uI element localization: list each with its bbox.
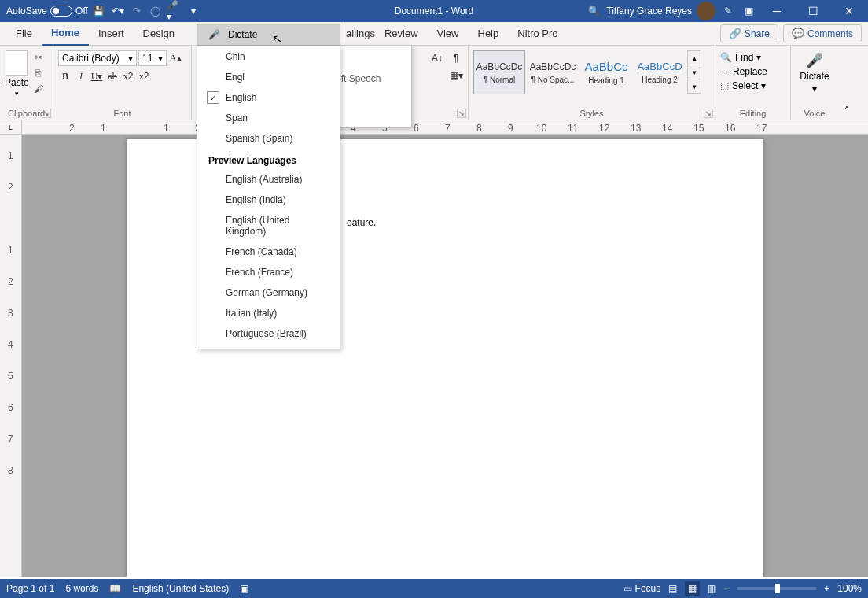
status-words[interactable]: 6 words: [65, 583, 98, 594]
styles-launcher[interactable]: ↘: [704, 109, 713, 118]
lang-item[interactable]: Chin: [197, 46, 340, 67]
minimize-button[interactable]: ─: [761, 0, 793, 22]
user-account[interactable]: Tiffany Grace Reyes: [606, 2, 715, 20]
web-layout-icon[interactable]: ▥: [708, 583, 716, 594]
tab-design[interactable]: Design: [134, 22, 184, 46]
ruler-tick: 5: [8, 371, 13, 382]
ribbon-tabs: File Home Insert Design ailings Review V…: [0, 22, 868, 46]
dictate-dropdown-button[interactable]: 🎤 Dictate: [197, 24, 340, 46]
font-name-value: Calibri (Body): [62, 53, 120, 64]
tab-help[interactable]: Help: [469, 22, 509, 46]
tab-selector[interactable]: L: [0, 120, 22, 135]
style-heading1[interactable]: AaBbCc Heading 1: [580, 50, 632, 94]
borders-icon[interactable]: ▦▾: [449, 69, 463, 82]
zoom-out-button[interactable]: −: [724, 583, 730, 594]
grow-font-icon[interactable]: A▴: [168, 51, 182, 65]
status-language[interactable]: English (United States): [132, 583, 229, 594]
mic-icon: 🎤: [806, 52, 823, 69]
style-heading2[interactable]: AaBbCcD Heading 2: [634, 50, 686, 94]
pen-icon[interactable]: ✎: [720, 3, 736, 19]
tab-home[interactable]: Home: [42, 22, 89, 46]
read-mode-icon[interactable]: ▤: [668, 583, 677, 594]
font-name-dropdown[interactable]: Calibri (Body)▾: [58, 50, 137, 66]
lang-item[interactable]: Engl: [197, 67, 340, 87]
lang-item[interactable]: English (United Kingdom): [197, 210, 340, 242]
superscript-button[interactable]: x2: [137, 69, 151, 83]
tab-file[interactable]: File: [6, 22, 42, 46]
scroll-up-icon[interactable]: ▴: [688, 51, 701, 65]
horizontal-ruler[interactable]: L 2 1 1 2 3 4 5 6 7 8 9 10 11 12 13 14 1…: [0, 120, 868, 135]
spell-check-icon[interactable]: 📖: [109, 583, 121, 594]
lang-item[interactable]: French (France): [197, 262, 340, 282]
show-marks-icon[interactable]: ¶: [449, 52, 463, 65]
ruler-tick: 4: [8, 339, 13, 350]
paste-button[interactable]: Paste ▾: [5, 50, 29, 98]
bold-button[interactable]: B: [58, 69, 72, 83]
lang-item[interactable]: Italian (Italy): [197, 303, 340, 323]
underline-button[interactable]: U▾: [90, 69, 104, 83]
lang-item[interactable]: Spanish (Spain): [197, 128, 340, 149]
mic-qat-icon[interactable]: 🎤▾: [167, 3, 182, 19]
comments-button[interactable]: 💬 Comments: [783, 24, 862, 42]
style-nospacing[interactable]: AaBbCcDc ¶ No Spac...: [527, 50, 579, 94]
lang-item[interactable]: English (India): [197, 190, 340, 210]
macro-icon[interactable]: ▣: [240, 583, 248, 594]
sort-icon[interactable]: A↓: [430, 52, 444, 65]
vertical-ruler[interactable]: 1 2 1 2 3 4 5 6 7 8: [0, 135, 22, 577]
ribbon: Paste ▾ ✂ ⎘ 🖌 Clipboard ↘ Calibri (Body)…: [0, 46, 868, 120]
autosave-toggle[interactable]: AutoSave Off: [6, 6, 88, 17]
lang-item-selected[interactable]: English: [197, 87, 340, 108]
styles-scroll[interactable]: ▴ ▾ ▾: [687, 50, 701, 94]
lang-item[interactable]: Portuguese (Brazil): [197, 323, 340, 344]
redo-icon[interactable]: ↷: [129, 3, 145, 19]
replace-button[interactable]: ↔ Replace: [720, 66, 767, 77]
ruler-tick: 7: [445, 123, 451, 134]
style-preview: AaBbCcDc: [476, 61, 523, 72]
status-page[interactable]: Page 1 of 1: [6, 583, 54, 594]
clipboard-launcher[interactable]: ↘: [42, 109, 51, 118]
touch-icon[interactable]: ◯: [148, 3, 164, 19]
autosave-label: AutoSave: [6, 6, 47, 17]
font-size-dropdown[interactable]: 11▾: [138, 50, 167, 66]
tab-insert[interactable]: Insert: [89, 22, 134, 46]
copy-icon[interactable]: ⎘: [32, 68, 45, 79]
tab-view[interactable]: View: [428, 22, 469, 46]
tab-nitro[interactable]: Nitro Pro: [508, 22, 567, 46]
ribbon-display-icon[interactable]: ▣: [741, 3, 756, 19]
save-icon[interactable]: 💾: [91, 3, 107, 19]
undo-icon[interactable]: ↶▾: [110, 3, 126, 19]
customize-qat-icon[interactable]: ▾: [186, 3, 201, 19]
zoom-thumb[interactable]: [775, 584, 780, 593]
collapse-ribbon-button[interactable]: ˄: [838, 46, 855, 120]
strike-button[interactable]: ab: [105, 69, 120, 83]
zoom-level[interactable]: 100%: [837, 583, 862, 594]
style-preview: AaBbCcD: [637, 61, 682, 72]
scroll-down-icon[interactable]: ▾: [688, 65, 701, 79]
ruler-tick: 8: [8, 465, 13, 476]
focus-mode-button[interactable]: ▭ Focus: [623, 583, 660, 594]
lang-item[interactable]: German (Germany): [197, 282, 340, 303]
paragraph-launcher[interactable]: ↘: [457, 109, 466, 118]
format-painter-icon[interactable]: 🖌: [32, 83, 45, 94]
dictate-ribbon-button[interactable]: 🎤 Dictate ▾: [800, 52, 829, 94]
style-normal[interactable]: AaBbCcDc ¶ Normal: [473, 50, 525, 94]
find-button[interactable]: 🔍 Find ▾: [720, 52, 761, 63]
lang-item[interactable]: English (Australia): [197, 169, 340, 190]
subscript-button[interactable]: x2: [121, 69, 135, 83]
italic-button[interactable]: I: [74, 69, 88, 83]
style-name: Heading 2: [642, 76, 678, 84]
cut-icon[interactable]: ✂: [32, 52, 45, 63]
lang-item[interactable]: Span: [197, 108, 340, 128]
close-button[interactable]: ✕: [833, 0, 865, 22]
chevron-down-icon: ▾: [812, 83, 817, 94]
print-layout-icon[interactable]: ▦: [685, 581, 700, 596]
maximize-button[interactable]: ☐: [797, 0, 829, 22]
tab-review[interactable]: Review: [375, 22, 428, 46]
search-icon[interactable]: 🔍: [586, 3, 601, 19]
zoom-slider[interactable]: [737, 587, 816, 590]
styles-expand-icon[interactable]: ▾: [688, 79, 701, 94]
lang-item[interactable]: French (Canada): [197, 242, 340, 262]
zoom-in-button[interactable]: +: [824, 583, 829, 594]
share-button[interactable]: 🔗 Share: [720, 24, 778, 42]
select-button[interactable]: ⬚ Select ▾: [720, 80, 766, 91]
